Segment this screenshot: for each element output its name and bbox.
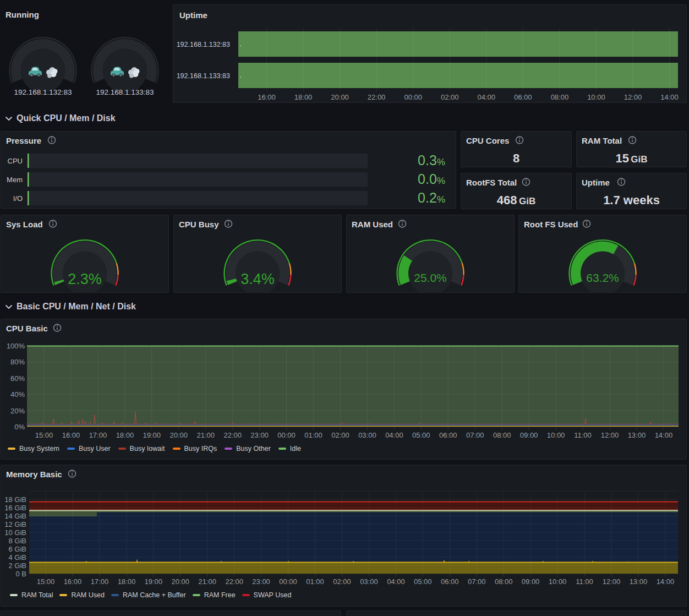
svg-text:19:00: 19:00: [143, 431, 161, 439]
svg-text:02:00: 02:00: [441, 93, 459, 101]
svg-text:20%: 20%: [10, 407, 25, 415]
svg-text:22:00: 22:00: [223, 431, 242, 439]
svg-text:0.3%: 0.3%: [418, 152, 445, 168]
svg-text:17:00: 17:00: [89, 431, 107, 439]
svg-text:12:00: 12:00: [603, 577, 621, 586]
svg-text:06:00: 06:00: [514, 93, 532, 101]
svg-text:192.168.1.132:83: 192.168.1.132:83: [177, 41, 230, 48]
svg-text:14:00: 14:00: [657, 577, 675, 586]
svg-text:10:00: 10:00: [587, 93, 605, 101]
svg-text:15 GiB: 15 GiB: [615, 151, 647, 165]
svg-text:17:00: 17:00: [91, 577, 109, 586]
svg-text:16 GiB: 16 GiB: [4, 504, 26, 512]
svg-text:04:00: 04:00: [387, 577, 405, 586]
svg-text:CPU: CPU: [8, 157, 23, 165]
svg-text:468 GiB: 468 GiB: [497, 193, 535, 207]
svg-text:4 GiB: 4 GiB: [8, 553, 26, 562]
svg-text:08:00: 08:00: [493, 431, 511, 439]
svg-text:22:00: 22:00: [225, 577, 243, 586]
svg-text:12:00: 12:00: [601, 431, 619, 439]
svg-text:10:00: 10:00: [549, 577, 567, 586]
svg-text:63.2%: 63.2%: [586, 271, 619, 284]
svg-text:192.168.1.133:83: 192.168.1.133:83: [96, 88, 154, 96]
svg-text:23:00: 23:00: [250, 431, 269, 439]
svg-text:02:00: 02:00: [333, 577, 351, 586]
svg-text:14:00: 14:00: [655, 431, 673, 439]
svg-text:05:00: 05:00: [412, 431, 430, 439]
svg-text:00:00: 00:00: [277, 431, 296, 439]
svg-text:11:00: 11:00: [576, 577, 593, 586]
svg-text:18:00: 18:00: [116, 431, 134, 439]
svg-text:00:00: 00:00: [279, 577, 297, 586]
svg-text:10:00: 10:00: [547, 431, 565, 439]
svg-text:0.0%: 0.0%: [418, 171, 445, 187]
svg-text:8 GiB: 8 GiB: [8, 537, 26, 545]
svg-text:18:00: 18:00: [294, 93, 313, 101]
svg-text:22:00: 22:00: [368, 93, 386, 101]
svg-text:03:00: 03:00: [358, 431, 376, 439]
svg-text:15:00: 15:00: [35, 431, 53, 439]
svg-text:03:00: 03:00: [360, 577, 378, 586]
svg-text:3.4%: 3.4%: [240, 271, 275, 287]
svg-text:2 GiB: 2 GiB: [8, 562, 26, 570]
svg-text:0%: 0%: [14, 423, 25, 431]
svg-text:08:00: 08:00: [551, 93, 569, 101]
svg-text:25.0%: 25.0%: [414, 271, 447, 284]
svg-text:192.168.1.132:83: 192.168.1.132:83: [14, 88, 72, 96]
svg-text:12:00: 12:00: [624, 93, 642, 101]
svg-text:06:00: 06:00: [439, 431, 457, 439]
svg-text:0 B: 0 B: [15, 570, 26, 578]
svg-text:01:00: 01:00: [306, 577, 324, 586]
svg-text:16:00: 16:00: [64, 577, 82, 586]
svg-text:02:00: 02:00: [331, 431, 349, 439]
svg-text:192.168.1.133:83: 192.168.1.133:83: [177, 72, 230, 80]
svg-text:80%: 80%: [10, 358, 25, 366]
svg-text:18 GiB: 18 GiB: [4, 495, 26, 504]
svg-text:09:00: 09:00: [520, 431, 538, 439]
svg-text:18:00: 18:00: [118, 577, 136, 586]
svg-text:.: .: [239, 40, 242, 48]
svg-text:8: 8: [513, 151, 520, 165]
svg-text:12 GiB: 12 GiB: [4, 520, 26, 528]
svg-text:20:00: 20:00: [170, 431, 188, 439]
svg-text:2.3%: 2.3%: [68, 271, 102, 287]
svg-text:14:00: 14:00: [660, 93, 679, 101]
svg-text:04:00: 04:00: [385, 431, 403, 439]
svg-text:07:00: 07:00: [468, 577, 486, 586]
svg-text:23:00: 23:00: [252, 577, 270, 586]
svg-text:06:00: 06:00: [441, 577, 459, 586]
svg-text:100%: 100%: [7, 342, 25, 350]
svg-text:00:00: 00:00: [404, 93, 422, 101]
svg-text:40%: 40%: [10, 390, 25, 399]
svg-text:Mem: Mem: [7, 176, 23, 184]
svg-text:20:00: 20:00: [331, 93, 349, 101]
svg-text:14 GiB: 14 GiB: [4, 512, 26, 520]
svg-text:I/O: I/O: [13, 194, 23, 203]
svg-text:.: .: [239, 71, 242, 79]
svg-text:11:00: 11:00: [574, 431, 592, 439]
svg-text:09:00: 09:00: [522, 577, 540, 586]
svg-text:20:00: 20:00: [172, 577, 190, 586]
svg-text:0.2%: 0.2%: [418, 190, 445, 205]
svg-text:13:00: 13:00: [630, 577, 648, 586]
svg-text:04:00: 04:00: [478, 93, 496, 101]
svg-text:13:00: 13:00: [628, 431, 646, 439]
svg-text:16:00: 16:00: [62, 431, 80, 439]
svg-text:21:00: 21:00: [198, 577, 216, 586]
svg-text:07:00: 07:00: [466, 431, 484, 439]
svg-text:15:00: 15:00: [37, 577, 55, 586]
svg-text:08:00: 08:00: [495, 577, 513, 586]
svg-text:16:00: 16:00: [258, 93, 276, 101]
svg-text:6 GiB: 6 GiB: [8, 545, 26, 553]
svg-text:19:00: 19:00: [145, 577, 163, 586]
svg-text:05:00: 05:00: [414, 577, 432, 586]
svg-text:60%: 60%: [10, 374, 25, 383]
svg-text:1.7 weeks: 1.7 weeks: [603, 193, 660, 207]
svg-text:10 GiB: 10 GiB: [4, 528, 26, 537]
svg-text:21:00: 21:00: [196, 431, 215, 439]
svg-text:01:00: 01:00: [304, 431, 322, 439]
